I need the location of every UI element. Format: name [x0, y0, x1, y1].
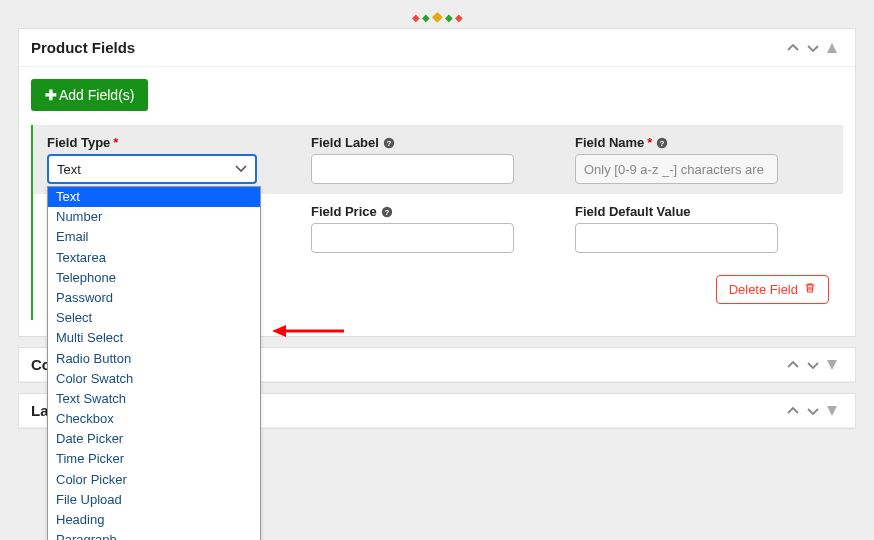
field-type-label: Field Type*	[47, 135, 301, 150]
dropdown-option[interactable]: Heading	[48, 510, 260, 530]
field-type-dropdown[interactable]: TextNumberEmailTextareaTelephonePassword…	[47, 186, 261, 540]
dropdown-option[interactable]: Radio Button	[48, 349, 260, 369]
dropdown-option[interactable]: Checkbox	[48, 409, 260, 429]
dropdown-option[interactable]: Text Swatch	[48, 389, 260, 409]
help-icon[interactable]: ?	[382, 136, 396, 150]
field-price-label: Field Price ?	[311, 204, 565, 219]
delete-field-button[interactable]: Delete Field	[716, 275, 829, 304]
plus-icon: ✚	[45, 87, 57, 103]
delete-field-label: Delete Field	[729, 282, 798, 297]
field-type-label-text: Field Type	[47, 135, 110, 150]
dropdown-option[interactable]: Color Picker	[48, 470, 260, 490]
collapse-triangle-icon[interactable]	[827, 406, 843, 416]
field-label-input[interactable]	[311, 154, 514, 184]
field-price-col: Field Price ?	[311, 204, 565, 253]
chevron-down-icon	[235, 162, 247, 177]
dropdown-option[interactable]: Number	[48, 207, 260, 227]
field-row-1: Field Type* Text TextNumberEmailTextarea…	[33, 125, 843, 194]
dropdown-option[interactable]: Multi Select	[48, 328, 260, 348]
field-default-input[interactable]	[575, 223, 778, 253]
collapse-down-icon[interactable]	[807, 405, 823, 417]
field-price-label-text: Field Price	[311, 204, 377, 219]
dropdown-option[interactable]: Email	[48, 227, 260, 247]
field-type-select[interactable]: Text TextNumberEmailTextareaTelephonePas…	[47, 154, 257, 184]
dropdown-option[interactable]: Text	[48, 187, 260, 207]
svg-text:?: ?	[660, 139, 665, 148]
field-block: Field Type* Text TextNumberEmailTextarea…	[31, 125, 843, 320]
dropdown-option[interactable]: Date Picker	[48, 429, 260, 449]
add-fields-button[interactable]: ✚Add Field(s)	[31, 79, 148, 111]
field-label-label: Field Label ?	[311, 135, 565, 150]
required-asterisk: *	[113, 135, 118, 150]
dropdown-option[interactable]: Color Swatch	[48, 369, 260, 389]
add-fields-label: Add Field(s)	[59, 87, 134, 103]
panel-controls	[787, 42, 843, 54]
trash-icon	[804, 282, 816, 297]
required-asterisk: *	[647, 135, 652, 150]
panel-controls	[787, 405, 843, 417]
help-icon[interactable]: ?	[380, 205, 394, 219]
decorative-diamonds: ◆◆◆◆◆	[0, 0, 874, 28]
collapse-up-icon[interactable]	[787, 359, 803, 371]
dropdown-option[interactable]: File Upload	[48, 490, 260, 510]
field-default-label: Field Default Value	[575, 204, 829, 219]
dropdown-option[interactable]: Select	[48, 308, 260, 328]
field-type-value: Text	[57, 162, 81, 177]
field-default-col: Field Default Value	[575, 204, 829, 253]
field-type-col: Field Type* Text TextNumberEmailTextarea…	[47, 135, 301, 184]
panel-controls	[787, 359, 843, 371]
svg-text:?: ?	[386, 139, 391, 148]
dropdown-option[interactable]: Time Picker	[48, 449, 260, 469]
product-fields-panel: Product Fields ✚Add Field(s) Field Type*…	[18, 28, 856, 337]
dropdown-option[interactable]: Password	[48, 288, 260, 308]
field-price-input[interactable]	[311, 223, 514, 253]
panel-body: ✚Add Field(s) Field Type* Text TextNumbe…	[19, 67, 855, 336]
dropdown-option[interactable]: Textarea	[48, 248, 260, 268]
field-name-input[interactable]	[575, 154, 778, 184]
field-label-col: Field Label ?	[311, 135, 565, 184]
field-default-label-text: Field Default Value	[575, 204, 691, 219]
collapse-triangle-icon[interactable]	[827, 360, 843, 370]
panel-header: Product Fields	[19, 29, 855, 67]
svg-text:?: ?	[384, 208, 389, 217]
collapse-down-icon[interactable]	[807, 359, 823, 371]
collapse-down-icon[interactable]	[807, 42, 823, 54]
field-name-col: Field Name* ?	[575, 135, 829, 184]
collapse-up-icon[interactable]	[787, 42, 803, 54]
field-name-label: Field Name* ?	[575, 135, 829, 150]
panel-title: Product Fields	[31, 39, 787, 56]
dropdown-option[interactable]: Paragraph	[48, 530, 260, 540]
dropdown-option[interactable]: Telephone	[48, 268, 260, 288]
collapse-up-icon[interactable]	[787, 405, 803, 417]
collapse-triangle-icon[interactable]	[827, 43, 843, 53]
help-icon[interactable]: ?	[655, 136, 669, 150]
field-label-text: Field Label	[311, 135, 379, 150]
field-name-label-text: Field Name	[575, 135, 644, 150]
